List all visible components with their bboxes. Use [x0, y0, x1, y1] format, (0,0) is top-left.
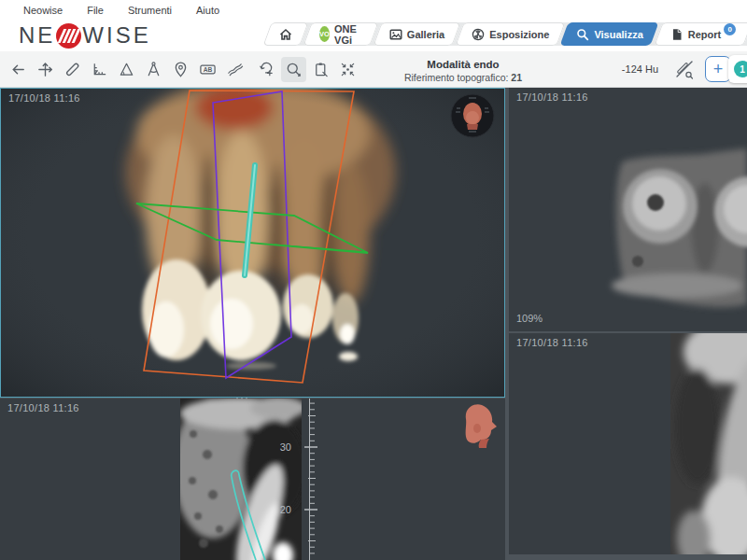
tab-one-vgi[interactable]: VO ONE VGi: [307, 22, 374, 46]
toggle-measure-visibility-button[interactable]: [674, 60, 695, 80]
pan-icon: [36, 61, 54, 78]
back-icon: [9, 61, 27, 78]
home-icon: [279, 28, 292, 41]
add-viewport-button[interactable]: +: [705, 56, 731, 82]
gallery-icon: [389, 28, 402, 41]
application-window: Neowise File Strumenti Aiuto NE WISE VO …: [0, 0, 747, 560]
sagittal-slice-image: 30 20: [0, 399, 505, 560]
tab-label: Galleria: [407, 29, 444, 40]
brand-suffix: WISE: [82, 22, 150, 49]
menu-file[interactable]: File: [87, 5, 104, 16]
ruler-icon: [63, 61, 81, 78]
tab-esposizione[interactable]: Esposizione: [459, 22, 561, 46]
mode-title: Modalità endo: [353, 59, 573, 70]
toolbar: AB Modalità endo Riferimento topografico…: [0, 51, 747, 88]
back-button[interactable]: [6, 57, 31, 82]
nav-tabs: VO ONE VGi Galleria Esposizione: [267, 22, 747, 46]
measure-corner-button[interactable]: [87, 57, 112, 82]
timestamp: 17/10/18 11:16: [8, 92, 80, 104]
clipboard-edit-icon: [312, 61, 330, 78]
timestamp: 17/10/18 11:16: [7, 402, 79, 413]
viewport-parallel-slice[interactable]: 17/10/18 11:16: [509, 333, 747, 554]
vo-badge: VO: [319, 26, 330, 42]
tab-home[interactable]: [267, 22, 304, 46]
search-icon: [576, 28, 589, 41]
counter-badge: 1: [734, 61, 747, 77]
ruler-label-20: 20: [280, 504, 291, 515]
text-label-button[interactable]: AB: [195, 57, 220, 82]
tab-label: Esposizione: [489, 29, 549, 40]
timestamp: 17/10/18 11:16: [516, 91, 588, 103]
mode-indicator: Modalità endo Riferimento topografico: 2…: [353, 59, 573, 83]
tab-label: ONE VGi: [334, 23, 362, 46]
compass-icon: [145, 61, 162, 78]
menu-aiuto[interactable]: Aiuto: [196, 5, 219, 16]
menu-neowise[interactable]: Neowise: [23, 5, 63, 16]
zoom-level-label: 109%: [516, 313, 543, 324]
hu-readout: -124 Hu: [622, 63, 658, 75]
viewport-3d-volume[interactable]: 17/10/18 11:16: [0, 88, 505, 398]
timestamp: 17/10/18 11:16: [516, 337, 588, 348]
compass-tool-button[interactable]: [141, 57, 166, 82]
brand-prefix: NE: [19, 22, 55, 49]
menu-bar: Neowise File Strumenti Aiuto: [0, 0, 747, 21]
ruler-label-30: 30: [280, 441, 291, 453]
measure-length-button[interactable]: [60, 57, 85, 82]
tab-galleria[interactable]: Galleria: [377, 22, 457, 46]
tab-label: Visualizza: [594, 29, 642, 40]
mode-reference: Riferimento topografico: 21: [353, 72, 573, 83]
reference-value: 21: [511, 72, 522, 83]
triangle-angle-icon: [118, 61, 135, 78]
corner-ruler-icon: [91, 61, 108, 78]
brand-disc-icon: [56, 23, 81, 49]
header: NE WISE VO ONE VGi Galleria: [0, 21, 747, 51]
rotate-move-icon: [258, 61, 275, 78]
edit-annotations-button[interactable]: [308, 57, 333, 82]
orientation-head-indicator[interactable]: [451, 94, 494, 137]
panel-divider-handle[interactable]: [236, 398, 249, 400]
counter-card[interactable]: 1: [728, 55, 747, 83]
freehand-icon: [226, 61, 244, 78]
viewer-grid: 17/10/18 11:16: [0, 88, 747, 560]
viewport-axial-slice[interactable]: 17/10/18 11:16 109%: [509, 88, 747, 331]
measure-visibility-icon: [674, 60, 695, 80]
viewport-sagittal-slice[interactable]: 30 20 17/10/18 11:16: [0, 399, 505, 560]
reference-label: Riferimento topografico:: [404, 72, 511, 83]
landmark-pin-button[interactable]: [168, 57, 193, 82]
tab-label: Report: [688, 29, 721, 40]
tab-report[interactable]: Report 0: [658, 22, 747, 46]
tab-visualizza[interactable]: Visualizza: [564, 22, 655, 46]
pan-tool-button[interactable]: [33, 57, 58, 82]
measure-angle-button[interactable]: [114, 57, 139, 82]
axial-slice-image: [509, 88, 747, 331]
document-icon: [670, 28, 684, 41]
svg-text:AB: AB: [204, 66, 213, 73]
circle-annotation-icon: [285, 61, 303, 78]
report-count-badge: 0: [724, 23, 736, 35]
brand-logo: NE WISE: [19, 22, 151, 49]
freehand-draw-button[interactable]: [222, 57, 247, 82]
rotate-reposition-button[interactable]: [254, 57, 279, 82]
volume-render: [1, 89, 504, 397]
pin-icon: [172, 61, 190, 78]
text-label-icon: AB: [199, 61, 217, 78]
parallel-slice-image: [509, 333, 747, 554]
menu-strumenti[interactable]: Strumenti: [128, 5, 172, 16]
circle-annotation-button[interactable]: [281, 57, 306, 82]
exposure-icon: [472, 28, 485, 41]
